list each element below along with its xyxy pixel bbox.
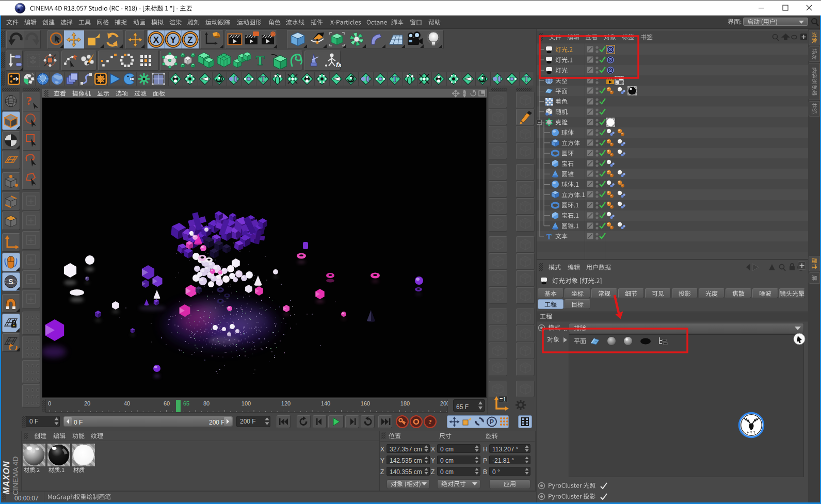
svg-text:X: X [153,35,159,45]
svg-text:65: 65 [183,400,189,407]
svg-text:T: T [524,75,529,84]
svg-text:100: 100 [242,400,251,407]
svg-text:Z: Z [187,35,192,45]
svg-text:CINEMA 4D: CINEMA 4D [11,457,20,495]
svg-text:20: 20 [84,400,90,407]
svg-text:140: 140 [321,400,330,407]
svg-text:T: T [261,75,266,84]
svg-text:P: P [490,418,494,426]
svg-text:Y: Y [170,35,176,45]
svg-text:200: 200 [440,400,448,407]
svg-text:?: ? [428,418,432,426]
svg-text:T: T [255,53,264,68]
svg-text:40: 40 [124,400,130,407]
svg-text:180: 180 [400,400,410,407]
svg-text:160: 160 [361,400,370,407]
svg-text:MAXON: MAXON [2,461,11,494]
svg-text:fx: fx [336,61,341,69]
svg-text:?: ? [26,94,32,107]
svg-text:S: S [8,278,13,286]
svg-text:T: T [546,233,552,240]
svg-text:120: 120 [281,400,291,407]
svg-text:60: 60 [164,400,170,407]
svg-text:T: T [392,75,398,84]
svg-text:0: 0 [48,400,51,407]
svg-text:80: 80 [203,400,210,407]
svg-text:=1: =1 [500,396,506,402]
